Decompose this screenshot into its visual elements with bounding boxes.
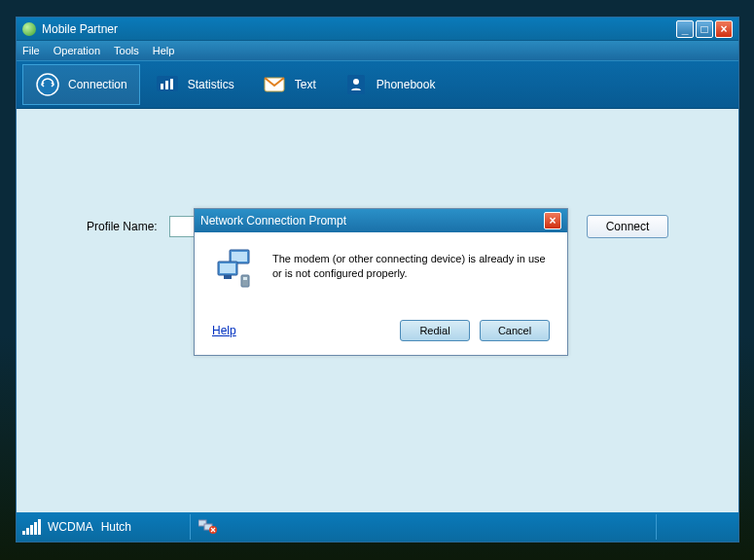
svg-point-7 <box>353 79 359 85</box>
app-title: Mobile Partner <box>42 22 674 36</box>
svg-point-0 <box>37 74 58 95</box>
maximize-button[interactable]: □ <box>696 20 713 38</box>
tab-text[interactable]: Text <box>249 64 329 105</box>
svg-rect-3 <box>165 81 168 89</box>
dialog-message: The modem (or other connecting device) i… <box>272 246 550 282</box>
menu-tools[interactable]: Tools <box>114 45 139 56</box>
tab-text-label: Text <box>295 78 316 91</box>
cancel-button[interactable]: Cancel <box>480 320 550 341</box>
svg-rect-14 <box>243 277 247 280</box>
tab-connection[interactable]: Connection <box>22 64 140 105</box>
tab-phonebook[interactable]: Phonebook <box>331 64 449 105</box>
tab-connection-label: Connection <box>68 78 127 91</box>
menu-file[interactable]: File <box>22 45 40 56</box>
dialog-close-button[interactable]: × <box>544 212 561 229</box>
tab-statistics[interactable]: Statistics <box>142 64 247 105</box>
svg-rect-2 <box>161 84 163 89</box>
connection-icon <box>35 72 60 97</box>
computers-icon <box>212 246 259 293</box>
dialog-network-connection-prompt: Network Connection Prompt × <box>194 208 568 356</box>
menu-operation[interactable]: Operation <box>54 45 100 56</box>
status-bar: WCDMA Hutch <box>17 512 738 542</box>
menu-bar: File Operation Tools Help <box>17 41 738 60</box>
connect-button[interactable]: Connect <box>587 215 668 238</box>
phonebook-icon <box>343 72 369 97</box>
status-operator: Hutch <box>101 520 131 534</box>
tab-statistics-label: Statistics <box>188 78 234 91</box>
statistics-icon <box>155 72 180 97</box>
svg-rect-4 <box>170 79 173 89</box>
statusbar-divider <box>190 514 191 540</box>
dialog-body: The modem (or other connecting device) i… <box>195 232 567 355</box>
text-icon <box>262 72 287 97</box>
menu-help[interactable]: Help <box>153 45 175 56</box>
svg-rect-13 <box>241 275 249 287</box>
svg-rect-9 <box>232 252 247 262</box>
close-button[interactable]: × <box>715 20 733 38</box>
dialog-title-bar[interactable]: Network Connection Prompt × <box>195 209 567 232</box>
app-icon <box>22 22 36 36</box>
profile-label: Profile Name: <box>87 220 158 233</box>
app-window: Mobile Partner _ □ × File Operation Tool… <box>16 17 739 542</box>
svg-rect-11 <box>220 263 235 273</box>
title-bar[interactable]: Mobile Partner _ □ × <box>17 18 738 41</box>
status-network: WCDMA <box>48 520 93 534</box>
signal-icon <box>22 519 42 535</box>
tab-phonebook-label: Phonebook <box>377 78 436 91</box>
connection-status-icon <box>198 518 218 537</box>
dialog-help-link[interactable]: Help <box>212 324 236 337</box>
statusbar-divider <box>656 514 657 540</box>
content-area: Profile Name: Connect Network Connection… <box>17 109 738 512</box>
toolbar: Connection Statistics Text Phonebook <box>17 60 738 109</box>
redial-button[interactable]: Redial <box>400 320 470 341</box>
minimize-button[interactable]: _ <box>676 20 694 38</box>
svg-rect-12 <box>224 275 232 279</box>
dialog-title: Network Connection Prompt <box>200 214 544 228</box>
